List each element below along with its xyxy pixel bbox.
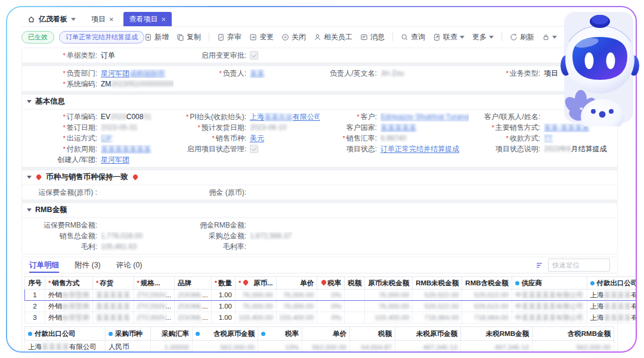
value-link[interactable]: 某某-某某某某 <box>544 123 589 132</box>
col-header-含税RMB金额[interactable]: 含税RMB金额 <box>532 327 614 341</box>
field-row: *单据类型:订单启用变更审批: <box>24 50 615 61</box>
tab-项目[interactable]: 项目× <box>85 12 120 26</box>
cell-未税RMB金额: 497,345.13 <box>461 341 532 352</box>
checkbox[interactable] <box>250 145 258 153</box>
col-header-label: 未税RMB金额 <box>486 329 529 338</box>
col-header-数量[interactable]: *数量 <box>211 277 235 289</box>
value-link[interactable]: 上海 <box>250 113 264 121</box>
table-row[interactable]: 3外销自营贸易某某某某某ZTC350V...ZOOML...1.00103,40… <box>25 312 636 323</box>
status-badge: 订单正常完结并结算提成 <box>59 31 144 43</box>
field-row: 运保费金额(原币) :佣金 (原币): <box>24 187 615 198</box>
field-label: *PI抬头(收款抬头): <box>174 113 246 122</box>
col-header-付款出口公司[interactable]: 付款出口公司 <box>25 327 106 341</box>
value-text: 外销 <box>48 314 62 321</box>
toolbar-更多[interactable]: 更多 <box>472 32 494 42</box>
tab-查看项目[interactable]: 查看项目× <box>123 12 172 26</box>
section-currency: 币种与销售币种保持一致运保费金额(原币) :佣金 (原币): <box>21 170 618 200</box>
toolbar-相关员工[interactable]: 相关员工 <box>314 32 352 42</box>
form-area: *单据类型:订单启用变更审批:*负责部门:星河军团成都国际部*负责人:某某负责人… <box>21 48 618 254</box>
value-text: EV <box>101 113 110 121</box>
value-link[interactable]: 星河军团 <box>101 69 129 77</box>
detail-tab-订单明细[interactable]: 订单明细 <box>29 257 59 273</box>
col-header-存货[interactable]: *存货 <box>93 277 134 289</box>
col-header-销售方式[interactable]: *销售方式 <box>45 277 93 289</box>
col-header-供应商[interactable]: 供应商 <box>512 277 587 289</box>
value-text: ZTC250V <box>137 303 166 310</box>
col-header-单价[interactable]: 单价 <box>276 277 317 289</box>
field-客户: *客户:Edniyazov Shukhrat Turanvich <box>320 112 469 122</box>
section-header-currency[interactable]: 币种与销售币种保持一致 <box>22 170 617 185</box>
caret-down-icon <box>489 36 494 39</box>
col-header-规格...[interactable]: *规格... <box>134 277 175 289</box>
value-text: ... <box>202 303 208 310</box>
table-row[interactable]: 上海某某某某有限公司人民币1.00000562,000.0013%562,000… <box>25 341 614 352</box>
value-link[interactable]: 某某某某某某某 <box>101 145 151 153</box>
field-label-text: 客户: <box>361 113 377 121</box>
toolbar-变更[interactable]: 变更 <box>249 32 274 42</box>
field-label-text: 负责人: <box>223 69 246 77</box>
col-header-采购币种[interactable]: 采购币种 <box>106 327 151 341</box>
field-运保费金额(原币): 运保费金额(原币) : <box>24 188 174 197</box>
quick-locate-input[interactable] <box>548 259 610 272</box>
value-link[interactable]: CIF <box>101 134 112 142</box>
field-label: *负责人: <box>174 69 246 78</box>
value-link[interactable]: 有限公司 <box>293 113 320 121</box>
col-header-含税原币金额[interactable]: 含税原币金额 <box>193 327 258 341</box>
toolbar-刷新[interactable]: 刷新 <box>510 32 534 42</box>
value-link[interactable]: 某某 <box>250 69 264 77</box>
section-header-rmb[interactable]: RMB金额 <box>22 203 617 218</box>
section-header-basic[interactable]: 基本信息 <box>22 95 617 110</box>
col-header-未税原币金额[interactable]: 未税原币金额 <box>395 327 461 341</box>
col-header-税额[interactable]: 税额 <box>350 327 395 341</box>
field-label: *单据类型: <box>24 51 97 60</box>
toolbar-弃审[interactable]: 弃审 <box>217 32 242 42</box>
col-header-RMB未税金额[interactable]: RMB未税金额 <box>413 277 462 289</box>
col-header-税率[interactable]: 税率 <box>317 277 345 289</box>
detail-tab-附件 (3)[interactable]: 附件 (3) <box>75 257 101 273</box>
col-header-税率[interactable]: 税率 <box>258 327 302 341</box>
table-row[interactable]: 2外销自营贸易某某某某某ZTC250V...ZOOML...1.0076,000… <box>25 301 636 312</box>
value-link[interactable]: 订单正常完结并结算提成 <box>380 145 459 153</box>
value-link[interactable]: 某某实业 <box>264 113 293 121</box>
toolbar-复制[interactable]: 复制 <box>177 32 201 42</box>
col-header-序号[interactable]: 序号 <box>25 277 45 289</box>
cell-供应商: 中某某某某某有限公司 <box>512 312 587 323</box>
col-header-采购汇率[interactable]: 采购汇率 <box>151 327 193 341</box>
value-link[interactable]: TT <box>544 134 553 142</box>
value-link[interactable]: Edniyazov Shukhrat Turanvich <box>380 113 469 121</box>
close-circle-icon <box>281 33 289 41</box>
toolbar-查询[interactable]: 查询 <box>401 32 425 42</box>
col-header-原币未税金额[interactable]: 原币未税金额 <box>365 277 413 289</box>
col-header-RMB含税金额[interactable]: RMB含税金额 <box>462 277 512 289</box>
detail-tab-评论 (0)[interactable]: 评论 (0) <box>116 257 143 273</box>
value-link[interactable]: 美元 <box>250 134 264 142</box>
col-header-未税RMB金额[interactable]: 未税RMB金额 <box>461 327 532 341</box>
toolbar-关闭[interactable]: 关闭 <box>281 32 306 42</box>
checkbox[interactable] <box>250 51 258 60</box>
col-header-付款出口公司[interactable]: 付款出口公司 <box>587 277 636 289</box>
toolbar-新增[interactable]: 新增 <box>144 32 169 42</box>
col-header-税额[interactable]: 税额 <box>345 277 365 289</box>
col-header-原币...[interactable]: *原币... <box>236 277 277 289</box>
field-负责人: *负责人:某某 <box>174 69 320 78</box>
field-label: *负责部门: <box>24 69 97 78</box>
value-link[interactable]: 成都国际部 <box>129 69 165 77</box>
value-text: 0% <box>332 291 342 298</box>
table-row[interactable]: 1外销自营贸易某某某某某ZTC250V...ZOOML...1.0076,000… <box>25 289 636 301</box>
tab-亿茂看板[interactable]: 亿茂看板 <box>21 12 82 26</box>
field-毛利率: 毛利率: <box>174 242 320 251</box>
toolbar-联查[interactable]: 联查 <box>433 32 465 42</box>
cell-税额: 64,654.87 <box>350 341 395 352</box>
col-header-label: 付款出口公司 <box>35 329 76 338</box>
field-label-text: 销售币种: <box>216 134 246 142</box>
value-link[interactable]: 星河军团 <box>101 155 129 164</box>
col-header-单价[interactable]: 单价 <box>302 327 350 341</box>
value-link[interactable]: 某某某某某 <box>380 123 416 132</box>
toolbar-lock-button[interactable] <box>542 33 557 41</box>
toolbar-消息[interactable]: 消息 <box>360 32 385 42</box>
col-header-品牌[interactable]: 品牌 <box>175 277 211 289</box>
cell-销售方式: 外销自营贸易 <box>45 312 93 323</box>
field-row: *付款周期:某某某某某某某启用项目状态管理:项目状态:订单正常完结并结算提成项目… <box>24 144 615 154</box>
close-icon[interactable]: × <box>109 15 114 23</box>
close-icon[interactable]: × <box>162 15 166 23</box>
